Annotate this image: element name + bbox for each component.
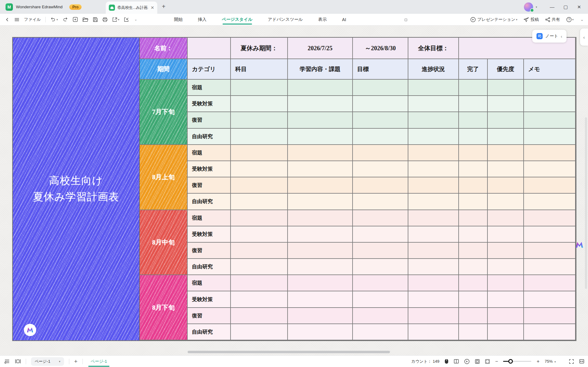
maximize-button[interactable]: ▢ [563,4,568,10]
empty-plan-cell[interactable] [231,96,288,112]
priority-header-cell[interactable]: 優先度 [488,59,524,80]
outline-view-icon[interactable] [4,359,10,364]
content-header-cell[interactable]: 学習内容・課題 [288,59,353,80]
period-cell-8月下旬[interactable]: 8月下旬 [140,275,188,340]
memo-header-cell[interactable]: メモ [524,59,576,80]
empty-plan-cell[interactable] [524,275,576,291]
empty-plan-cell[interactable] [459,194,488,210]
horizontal-scrollbar[interactable] [188,351,390,353]
empty-plan-cell[interactable] [524,308,576,324]
category-cell[interactable]: 受験対策 [188,226,231,243]
empty-plan-cell[interactable] [524,324,576,340]
category-cell[interactable]: 復習 [188,308,231,324]
empty-plan-cell[interactable] [288,226,353,243]
period-cell-7月下旬[interactable]: 7月下旬 [140,80,188,145]
category-cell[interactable]: 自由研究 [188,259,231,275]
zoom-slider-knob[interactable] [508,359,513,364]
worksheet-page[interactable]: 高校生向け 夏休み学習計画表 名前： 夏休み期間： 2026/7/25 ～202… [12,37,576,341]
category-cell[interactable]: 受験対策 [188,161,231,177]
date-end-cell[interactable]: ～2026/8/30 [353,38,408,59]
empty-plan-cell[interactable] [231,145,288,161]
minimize-button[interactable]: — [549,4,555,9]
redo-button[interactable] [63,17,68,22]
empty-plan-cell[interactable] [353,324,408,340]
empty-plan-cell[interactable] [524,112,576,128]
empty-plan-cell[interactable] [408,291,459,308]
empty-plan-cell[interactable] [459,145,488,161]
empty-plan-cell[interactable] [353,161,408,177]
empty-plan-cell[interactable] [231,259,288,275]
note-button[interactable]: ノート ‹ [532,30,567,43]
hamburger-menu-icon[interactable] [14,17,19,22]
fit-width-icon[interactable] [579,359,584,364]
empty-plan-cell[interactable] [288,259,353,275]
empty-plan-cell[interactable] [231,210,288,226]
empty-plan-cell[interactable] [408,145,459,161]
export-chevron-down-icon[interactable]: ▾ [118,18,120,21]
empty-plan-cell[interactable] [288,161,353,177]
empty-plan-cell[interactable] [524,145,576,161]
empty-plan-cell[interactable] [408,80,459,96]
back-icon[interactable] [5,17,10,22]
empty-plan-cell[interactable] [488,210,524,226]
empty-plan-cell[interactable] [231,275,288,291]
empty-plan-cell[interactable] [459,226,488,243]
empty-plan-cell[interactable] [408,177,459,194]
empty-plan-cell[interactable] [408,194,459,210]
empty-plan-cell[interactable] [231,161,288,177]
fullscreen-icon[interactable] [569,359,574,364]
empty-plan-cell[interactable] [231,243,288,259]
goal-header-cell[interactable]: 目標 [353,59,408,80]
undo-chevron-down-icon[interactable]: ▾ [56,18,58,21]
share-button[interactable]: 共有 [545,17,560,22]
empty-plan-cell[interactable] [288,243,353,259]
empty-plan-cell[interactable] [288,145,353,161]
empty-plan-cell[interactable] [288,308,353,324]
category-cell[interactable]: 自由研究 [188,194,231,210]
empty-plan-cell[interactable] [231,129,288,145]
zoom-in-button[interactable]: + [536,359,539,364]
page-tab[interactable]: ページ-1 [88,356,110,367]
empty-plan-cell[interactable] [353,80,408,96]
empty-plan-cell[interactable] [353,210,408,226]
tab-close-icon[interactable]: ✕ [151,5,154,10]
empty-plan-cell[interactable] [288,194,353,210]
category-cell[interactable]: 宿題 [188,275,231,291]
close-button[interactable]: ✕ [576,4,582,10]
empty-plan-cell[interactable] [524,161,576,177]
save-icon[interactable] [93,17,98,22]
empty-plan-cell[interactable] [231,112,288,128]
empty-plan-cell[interactable] [408,324,459,340]
period-cell-8月上旬[interactable]: 8月上旬 [140,145,188,210]
name-label-cell[interactable]: 名前： [140,38,188,59]
undo-button[interactable]: ▾ [50,17,58,22]
import-icon[interactable] [124,17,129,22]
empty-plan-cell[interactable] [459,243,488,259]
empty-plan-cell[interactable] [353,275,408,291]
category-cell[interactable]: 宿題 [188,145,231,161]
poster-panel[interactable]: 高校生向け 夏休み学習計画表 [13,38,140,340]
post-button[interactable]: 投稿 [524,17,539,22]
document-tab[interactable]: ⑥高校生...み計画表 ✕ [106,2,157,14]
empty-plan-cell[interactable] [408,129,459,145]
more-tools-chevron-icon[interactable]: ⌄ [134,17,137,21]
vertical-scrollbar[interactable] [585,117,587,289]
slide-layout-icon[interactable] [15,359,21,364]
edrawmind-floating-logo-icon[interactable] [575,240,584,250]
menu-page-style[interactable]: ページスタイル [221,14,253,25]
empty-plan-cell[interactable] [408,210,459,226]
done-header-cell[interactable]: 完了 [459,59,488,80]
empty-plan-cell[interactable] [459,275,488,291]
category-cell[interactable]: 宿題 [188,210,231,226]
empty-plan-cell[interactable] [288,96,353,112]
empty-plan-cell[interactable] [231,324,288,340]
period-header-cell[interactable]: 期間 [140,59,188,80]
empty-plan-cell[interactable] [353,308,408,324]
empty-plan-cell[interactable] [488,161,524,177]
presentation-button[interactable]: プレゼンテーション▾ [470,17,517,22]
empty-plan-cell[interactable] [524,80,576,96]
progress-header-cell[interactable]: 進捗状況 [408,59,459,80]
page-select-dropdown[interactable]: ページ-1▾ [31,357,64,366]
new-tab-button[interactable]: + [162,3,166,10]
empty-plan-cell[interactable] [408,226,459,243]
